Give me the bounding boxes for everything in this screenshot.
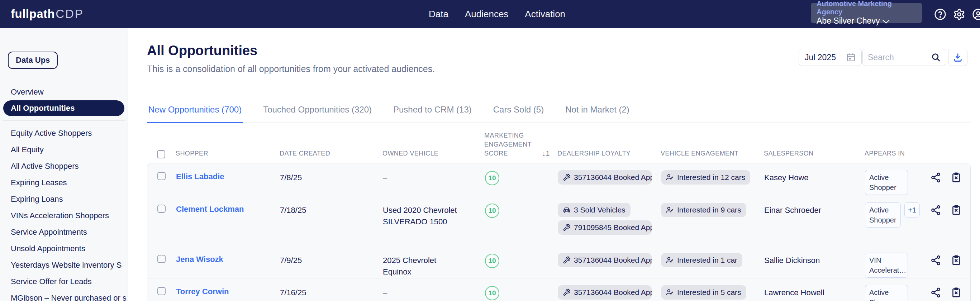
user-check-icon [666,256,674,264]
user-check-icon [666,174,674,181]
column-header-marketing-engagement-score[interactable]: MARKETING ENGAGEMENT SCORE [484,131,538,158]
shopper-link[interactable]: Ellis Labadie [176,172,224,181]
agency-name: Automotive Marketing Agency [816,0,916,16]
column-header-dealership-loyalty[interactable]: DEALERSHIP LOYALTY [552,149,655,158]
opportunity-tabs: New Opportunities (700) Touched Opportun… [147,100,971,123]
tab-touched-opportunities[interactable]: Touched Opportunities (320) [262,100,373,123]
logo-text-cdp: CDP [56,7,84,21]
salesperson-cell: Kasey Howe [757,172,859,183]
share-icon[interactable] [930,287,941,298]
column-header-owned-vehicle[interactable]: OWNED VEHICLE [382,149,477,158]
row-checkbox[interactable] [158,287,165,295]
sidebar-item-service-appointments[interactable]: Service Appointments [0,224,127,240]
engagement-score-badge: 10 [485,171,499,185]
nav-item-audiences[interactable]: Audiences [465,9,508,20]
column-header-date-created[interactable]: DATE CREATED [280,149,382,158]
sidebar-item-yesterdays-website-inventory[interactable]: Yesterdays Website inventory S [0,257,127,273]
wrench-icon [563,174,571,181]
main-content: All Opportunities This is a consolidatio… [128,28,980,301]
wrench-icon [563,256,571,264]
tab-cars-sold[interactable]: Cars Sold (5) [492,100,545,123]
owned-vehicle-cell: Used 2020 Chevrolet SILVERADO 1500 [383,205,477,228]
wrench-icon [563,224,571,231]
user-profile-icon[interactable] [972,8,980,21]
nav-item-data[interactable]: Data [429,9,449,20]
opportunities-table: Ellis Labadie 7/8/25 – 10 357136044 Book… [147,163,971,301]
download-button[interactable] [948,49,967,66]
row-checkbox[interactable] [158,172,165,180]
engagement-score-badge: 10 [485,286,499,300]
sort-indicator[interactable]: ↓1 [542,148,550,158]
sidebar-item-all-active-shoppers[interactable]: All Active Shoppers [0,158,127,175]
appears-in-badge: VIN Accelerat… [865,253,908,278]
share-icon[interactable] [930,172,941,183]
clipboard-x-icon[interactable] [951,255,962,266]
row-checkbox[interactable] [158,205,165,213]
sidebar-item-overview[interactable]: Overview [0,84,127,100]
tab-new-opportunities[interactable]: New Opportunities (700) [147,100,243,123]
date-created-cell: 7/8/25 [280,172,383,183]
month-picker[interactable]: Jul 2025 [799,49,862,66]
sidebar-item-equity-active-shoppers[interactable]: Equity Active Shoppers [0,125,127,142]
top-navigation: Data Audiences Activation [429,0,565,28]
sidebar-nav: Overview All Opportunities Equity Active… [0,84,127,301]
column-header-appears-in[interactable]: APPEARS IN [859,149,920,158]
select-all-checkbox[interactable] [157,150,165,158]
search-box [862,49,946,66]
column-header-salesperson[interactable]: SALESPERSON [756,149,859,158]
engagement-chip: Interested in 1 car [661,253,742,267]
sidebar-item-vins-acceleration-shoppers[interactable]: VINs Acceleration Shoppers [0,207,127,224]
owned-vehicle-cell: 2025 Chevrolet Equinox [383,255,477,278]
engagement-chip: Interested in 9 cars [661,203,746,217]
clipboard-x-icon[interactable] [951,287,962,298]
date-created-cell: 7/18/25 [280,205,383,216]
sidebar-item-expiring-loans[interactable]: Expiring Loans [0,191,127,207]
shopper-link[interactable]: Clement Lockman [176,205,244,213]
date-created-cell: 7/16/25 [280,287,383,298]
clipboard-x-icon[interactable] [951,205,962,216]
engagement-score-badge: 10 [485,254,499,268]
dealer-name: Abe Silver Chevy [816,16,880,26]
share-icon[interactable] [930,205,941,216]
appears-in-more-badge[interactable]: +1 [904,202,920,218]
date-created-cell: 7/9/25 [280,255,383,266]
loyalty-chip: 357136044 Booked Appoint [558,170,652,185]
search-icon[interactable] [931,52,941,62]
share-icon[interactable] [930,255,941,266]
clipboard-x-icon[interactable] [951,172,962,183]
settings-gear-icon[interactable] [953,8,965,21]
sidebar-item-expiring-leases[interactable]: Expiring Leases [0,175,127,191]
sidebar-item-unsold-appointments[interactable]: Unsold Appointments [0,240,127,257]
sidebar-item-all-equity[interactable]: All Equity [0,142,127,158]
logo-text-bold: fullpath [11,7,55,21]
table-row: Torrey Corwin 7/16/25 – 10 357136044 Boo… [147,278,970,301]
loyalty-chip: 791095845 Booked Appoint [558,220,652,235]
tab-pushed-to-crm[interactable]: Pushed to CRM (13) [392,100,473,123]
column-header-vehicle-engagement[interactable]: VEHICLE ENGAGEMENT [655,149,756,158]
loyalty-chip: 3 Sold Vehicles [558,203,630,217]
appears-in-badge: Active Shopper [865,170,908,195]
help-icon[interactable] [934,8,946,21]
data-ups-button[interactable]: Data Ups [8,52,58,69]
sidebar-item-all-opportunities[interactable]: All Opportunities [3,100,124,116]
column-header-shopper[interactable]: SHOPPER [176,149,280,158]
car-icon [563,206,571,214]
table-header: SHOPPER DATE CREATED OWNED VEHICLE MARKE… [147,131,971,163]
engagement-chip: Interested in 12 cars [661,170,750,185]
shopper-link[interactable]: Torrey Corwin [176,287,229,296]
sidebar-item-service-offer-for-leads[interactable]: Service Offer for Leads [0,273,127,290]
appears-in-badge: Active Shopper [865,285,908,301]
nav-item-activation[interactable]: Activation [525,9,565,20]
owned-vehicle-cell: – [383,287,477,298]
tab-not-in-market[interactable]: Not in Market (2) [564,100,631,123]
shopper-link[interactable]: Jena Wisozk [176,255,223,264]
engagement-chip: Interested in 5 cars [661,285,746,299]
user-check-icon [666,288,674,296]
salesperson-cell: Sallie Dickinson [757,255,859,266]
search-input[interactable] [868,53,925,62]
sidebar: Data Ups Overview All Opportunities Equi… [0,28,128,301]
account-switcher[interactable]: Automotive Marketing Agency Abe Silver C… [811,3,922,23]
loyalty-chip: 357136044 Booked Appoint [558,253,652,267]
row-checkbox[interactable] [158,255,165,263]
sidebar-item-mgibson-never-purchased[interactable]: MGibson – Never purchased or s [0,290,127,301]
